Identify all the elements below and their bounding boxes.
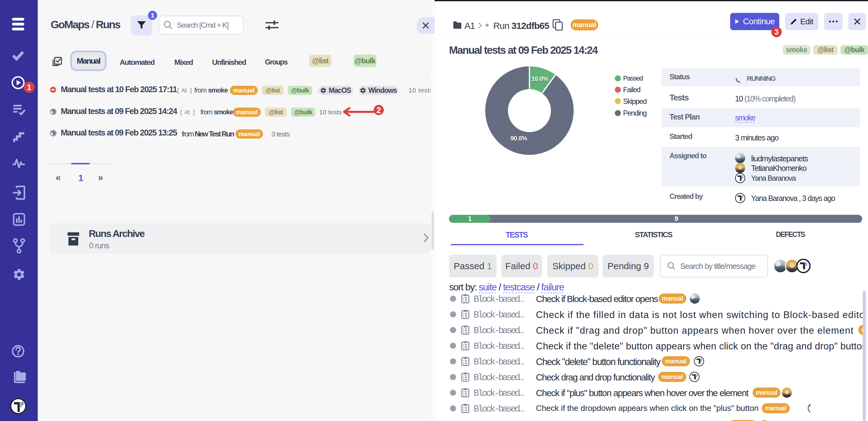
svg-text:2: 2 (376, 106, 381, 115)
